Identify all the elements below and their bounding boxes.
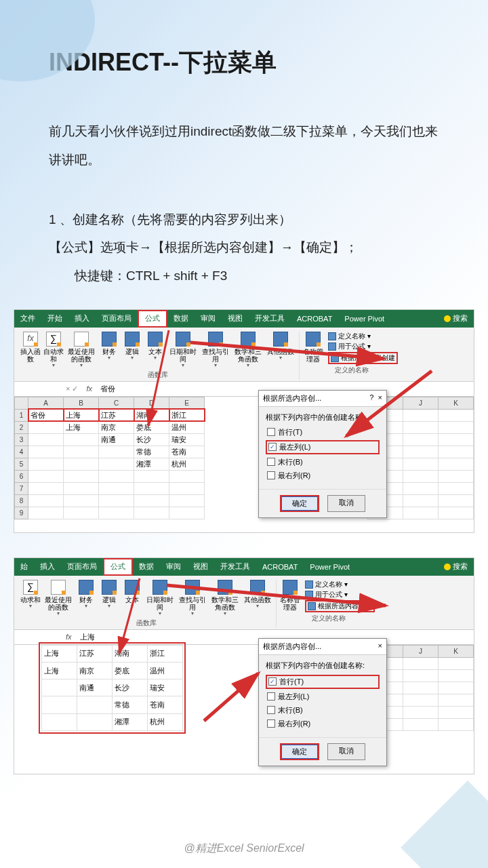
use-in-formula-button[interactable]: 用于公式 ▾ [305,590,375,599]
lookup-button[interactable]: 查找与引用▾ [200,332,231,369]
other-fn-button[interactable]: 其他函数▾ [265,332,296,361]
dialog-close-icon[interactable]: × [378,393,382,401]
intro-text: 前几天看小伙伴说到过用indirect函数做二级下拉菜单，今天我们也来讲讲吧。 [49,117,439,174]
tab-layout[interactable]: 页面布局 [96,310,138,328]
tab-review[interactable]: 审阅 [160,558,187,576]
tab-acrobat[interactable]: ACROBAT [256,558,304,576]
lookup-button[interactable]: 查找与引用▾ [177,580,208,617]
left-col-checkbox[interactable]: 最左列(L) [266,691,380,703]
tab-dev[interactable]: 开发工具 [249,310,291,328]
tab-view[interactable]: 视图 [187,558,214,576]
formula-bar[interactable]: 上海 [76,632,99,642]
create-names-dialog: 根据所选内容创...? × 根据下列内容中的值创建名称: 首行(T) ✓最左列(… [258,390,387,518]
bottom-row-checkbox[interactable]: 末行(B) [266,705,380,716]
name-manager-button[interactable]: 名称管理器 [279,580,301,611]
datetime-button[interactable]: 日期和时间▾ [167,332,199,369]
spreadsheet-grid[interactable]: 上海江苏湖南浙江 上海南京娄底温州 南通长沙瑞安 常德苍南 湘潭杭州 [41,645,183,731]
top-row-checkbox[interactable]: 首行(T) [266,427,380,438]
page-title: INDIRECT--下拉菜单 [49,46,439,79]
tab-file[interactable]: 文件 [14,310,41,328]
tab-home[interactable]: 开始 [41,310,68,328]
tab-layout[interactable]: 页面布局 [61,558,103,576]
formula-buttons[interactable]: × ✓ [62,384,82,393]
dialog-prompt: 根据下列内容中的值创建名称: [266,412,380,422]
cancel-button[interactable]: 取消 [327,495,365,512]
excel-screenshot-1: 文件 开始 插入 页面布局 公式 数据 审阅 视图 开发工具 ACROBAT P… [14,309,474,533]
tab-acrobat[interactable]: ACROBAT [291,310,338,328]
excel-screenshot-2: 始 插入 页面布局 公式 数据 审阅 视图 开发工具 ACROBAT Power… [14,557,474,774]
math-button[interactable]: 数学和三角函数▾ [232,332,264,369]
logic-button[interactable]: 逻辑▾ [121,332,143,361]
tab-insert[interactable]: 插入 [34,558,61,576]
math-button[interactable]: 数学和三角函数▾ [209,580,241,617]
tab-powerpivot[interactable]: Power Pivot [338,310,390,328]
autosum-button[interactable]: ∑自动求和▾ [43,332,64,369]
function-library-label: 函数库 [20,370,296,380]
fx-icon[interactable]: fx [82,384,96,393]
finance-button[interactable]: 财务▾ [75,580,97,610]
bulb-icon [444,315,451,322]
create-from-selection-button[interactable]: 根据所选内容创建 [305,600,375,612]
define-name-button[interactable]: 定义名称 ▾ [328,332,398,341]
dialog-help-icon[interactable]: ? [369,393,373,401]
tab-insert[interactable]: 插入 [68,310,96,328]
dialog-close-icon[interactable]: × [378,642,382,652]
autosum-button[interactable]: ∑动求和▾ [20,580,41,610]
search-box[interactable]: 搜索 [438,310,474,328]
bulb-icon [444,564,451,570]
dialog-prompt: 根据下列内容中的值创建名称: [266,660,380,671]
finance-button[interactable]: 财务▾ [98,332,120,361]
text-button[interactable]: 文本▾ [121,580,143,610]
cancel-button[interactable]: 取消 [327,743,365,760]
right-col-checkbox[interactable]: 最右列(R) [266,470,380,481]
logic-button[interactable]: 逻辑▾ [98,580,120,610]
tab-data[interactable]: 数据 [167,310,195,328]
tab-dev[interactable]: 开发工具 [214,558,256,576]
top-row-checkbox[interactable]: ✓首行(T) [266,675,380,689]
step-1: 1 、创建名称（先将需要的内容罗列出来） 【公式】选项卡→【根据所选内容创建】→… [49,205,439,290]
right-col-checkbox[interactable]: 最右列(R) [266,718,380,730]
text-button[interactable]: 文本▾ [144,332,166,361]
define-name-button[interactable]: 定义名称 ▾ [305,580,375,589]
tab-powerpivot[interactable]: Power Pivot [304,558,356,576]
search-box[interactable]: 搜索 [438,558,474,576]
footer-credit: @精进Excel SeniorExcel [0,842,488,856]
tab-data[interactable]: 数据 [133,558,160,576]
tab-review[interactable]: 审阅 [195,310,222,328]
bottom-row-checkbox[interactable]: 末行(B) [266,456,380,468]
tab-formulas[interactable]: 公式 [138,310,167,328]
other-fn-button[interactable]: 其他函数▾ [242,580,273,610]
recent-button[interactable]: 最近使用的函数▾ [66,332,97,369]
spreadsheet-grid[interactable]: ABCDE 1省份上海江苏湖南浙江 2上海南京娄底温州 3南通长沙瑞安 4常德苍… [14,397,205,519]
name-manager-button[interactable]: 名称管理器 [302,332,324,363]
defined-names-label: 定义的名称 [302,366,401,375]
create-from-selection-button[interactable]: 根据所选内容创建 [328,352,398,364]
fx-icon[interactable]: fx [62,633,76,641]
formula-bar[interactable]: 省份 [96,384,119,394]
ok-button[interactable]: 确定 [280,743,319,760]
recent-button[interactable]: 最近使用的函数▾ [43,580,74,617]
tab-view[interactable]: 视图 [222,310,249,328]
datetime-button[interactable]: 日期和时间▾ [144,580,176,617]
create-names-dialog: 根据所选内容创...× 根据下列内容中的值创建名称: ✓首行(T) 最左列(L)… [258,638,387,766]
tab-formulas[interactable]: 公式 [103,558,133,576]
ok-button[interactable]: 确定 [280,495,319,512]
left-col-checkbox[interactable]: ✓最左列(L) [266,440,380,454]
use-in-formula-button[interactable]: 用于公式 ▾ [328,342,398,351]
tab-home[interactable]: 始 [14,558,34,576]
insert-function-button[interactable]: fx插入函数 [20,332,41,363]
